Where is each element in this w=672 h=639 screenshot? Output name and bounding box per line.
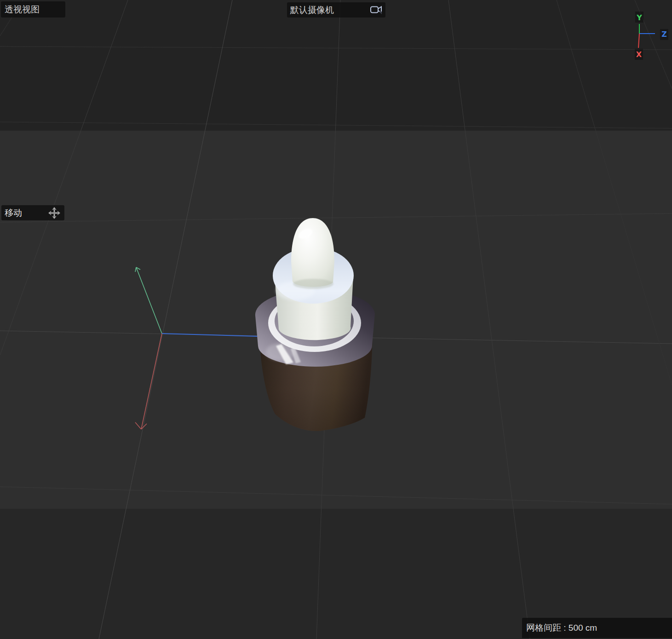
grid-line <box>0 213 672 222</box>
grid-line <box>0 487 672 504</box>
view-menu-button[interactable]: 透视视图 <box>1 1 65 17</box>
camera-label-text: 默认摄像机 <box>290 4 334 16</box>
gizmo-z-axis-arrow[interactable] <box>162 334 258 336</box>
viewport-canvas[interactable]: 透视视图 默认摄像机 移动 <box>0 0 672 639</box>
grid-spacing-status: 网格间距 : 500 cm <box>522 618 672 638</box>
axis-z-label: Z <box>661 30 667 39</box>
move-icon <box>44 207 64 219</box>
scene-render <box>0 0 672 639</box>
axis-y-label: Y <box>636 13 642 22</box>
dropper-bottle[interactable] <box>248 218 382 437</box>
bulb-shape[interactable] <box>291 218 334 287</box>
gizmo-y-axis-arrow[interactable] <box>135 267 162 334</box>
move-tool-badge[interactable]: 移动 <box>1 205 64 220</box>
grid-line <box>99 0 232 639</box>
move-gizmo[interactable] <box>135 267 258 429</box>
axis-x-label: X <box>636 50 642 59</box>
axis-x-line <box>638 34 639 48</box>
gizmo-x-axis-arrow[interactable] <box>135 334 162 429</box>
grid-line <box>0 0 128 355</box>
move-tool-label: 移动 <box>5 207 22 219</box>
grid-line <box>448 0 530 639</box>
view-label-text: 透视视图 <box>5 4 40 16</box>
bulb-base-shadow <box>293 279 333 289</box>
axis-indicator: Y Z X <box>622 6 670 64</box>
camera-menu-button[interactable]: 默认摄像机 <box>287 2 385 17</box>
grid-spacing-text: 网格间距 : 500 cm <box>526 622 597 634</box>
dropper-bulb[interactable] <box>291 218 334 289</box>
camera-icon[interactable] <box>367 5 385 15</box>
